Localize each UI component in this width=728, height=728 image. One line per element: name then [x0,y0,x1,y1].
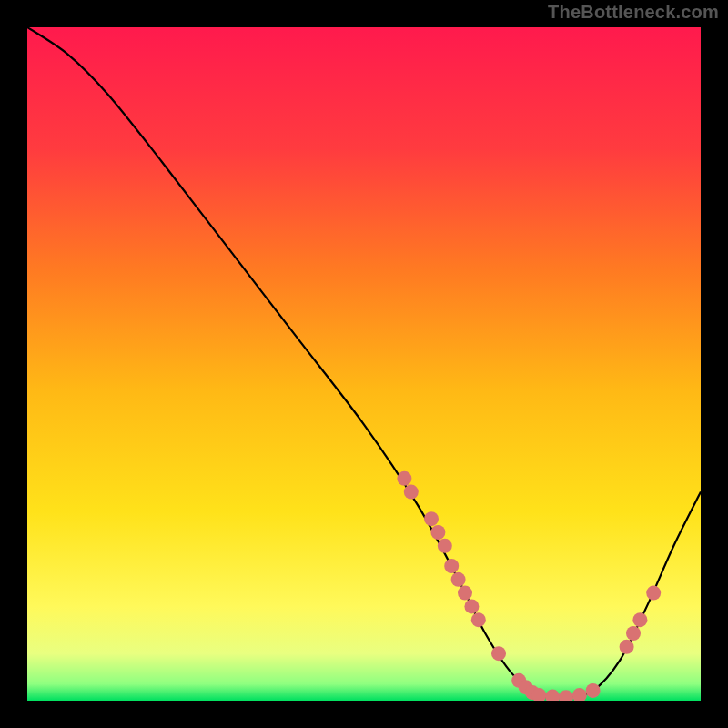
bottleneck-chart [0,0,728,728]
watermark-text: TheBottleneck.com [548,2,719,23]
